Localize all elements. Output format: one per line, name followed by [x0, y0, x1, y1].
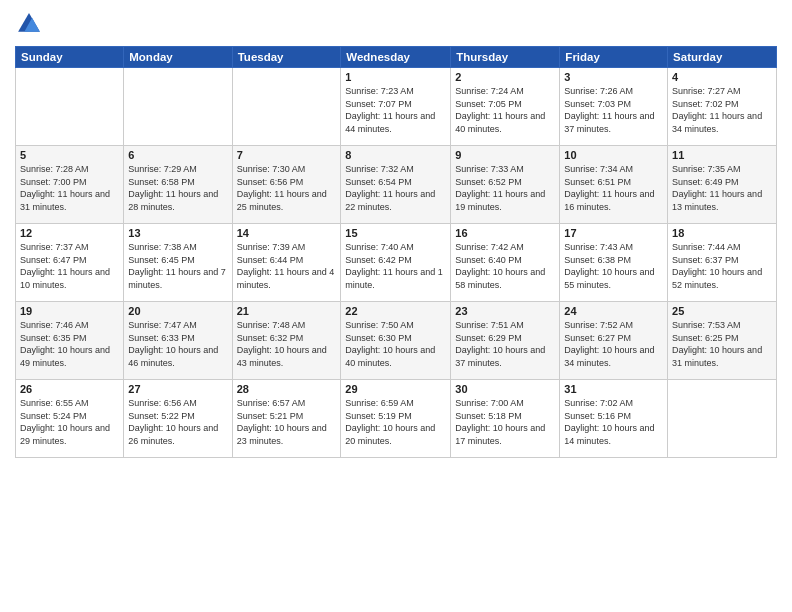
day-info: Sunrise: 7:46 AM Sunset: 6:35 PM Dayligh… [20, 319, 119, 369]
day-number: 25 [672, 305, 772, 317]
logo-icon [15, 10, 43, 38]
day-number: 19 [20, 305, 119, 317]
calendar-cell: 22Sunrise: 7:50 AM Sunset: 6:30 PM Dayli… [341, 302, 451, 380]
day-number: 30 [455, 383, 555, 395]
day-number: 2 [455, 71, 555, 83]
week-row-3: 19Sunrise: 7:46 AM Sunset: 6:35 PM Dayli… [16, 302, 777, 380]
day-info: Sunrise: 7:35 AM Sunset: 6:49 PM Dayligh… [672, 163, 772, 213]
weekday-header-tuesday: Tuesday [232, 47, 341, 68]
calendar-cell: 6Sunrise: 7:29 AM Sunset: 6:58 PM Daylig… [124, 146, 232, 224]
calendar-cell [232, 68, 341, 146]
calendar-cell: 26Sunrise: 6:55 AM Sunset: 5:24 PM Dayli… [16, 380, 124, 458]
calendar-cell: 16Sunrise: 7:42 AM Sunset: 6:40 PM Dayli… [451, 224, 560, 302]
day-number: 10 [564, 149, 663, 161]
weekday-header-row: SundayMondayTuesdayWednesdayThursdayFrid… [16, 47, 777, 68]
calendar-cell: 12Sunrise: 7:37 AM Sunset: 6:47 PM Dayli… [16, 224, 124, 302]
day-info: Sunrise: 7:47 AM Sunset: 6:33 PM Dayligh… [128, 319, 227, 369]
day-number: 17 [564, 227, 663, 239]
day-info: Sunrise: 7:37 AM Sunset: 6:47 PM Dayligh… [20, 241, 119, 291]
day-number: 12 [20, 227, 119, 239]
day-info: Sunrise: 7:52 AM Sunset: 6:27 PM Dayligh… [564, 319, 663, 369]
day-info: Sunrise: 7:34 AM Sunset: 6:51 PM Dayligh… [564, 163, 663, 213]
weekday-header-thursday: Thursday [451, 47, 560, 68]
calendar-cell: 11Sunrise: 7:35 AM Sunset: 6:49 PM Dayli… [668, 146, 777, 224]
week-row-1: 5Sunrise: 7:28 AM Sunset: 7:00 PM Daylig… [16, 146, 777, 224]
day-info: Sunrise: 7:39 AM Sunset: 6:44 PM Dayligh… [237, 241, 337, 291]
logo [15, 10, 47, 38]
day-number: 15 [345, 227, 446, 239]
day-info: Sunrise: 7:23 AM Sunset: 7:07 PM Dayligh… [345, 85, 446, 135]
calendar-cell: 29Sunrise: 6:59 AM Sunset: 5:19 PM Dayli… [341, 380, 451, 458]
calendar-cell: 24Sunrise: 7:52 AM Sunset: 6:27 PM Dayli… [560, 302, 668, 380]
weekday-header-monday: Monday [124, 47, 232, 68]
calendar-cell: 1Sunrise: 7:23 AM Sunset: 7:07 PM Daylig… [341, 68, 451, 146]
calendar-cell: 20Sunrise: 7:47 AM Sunset: 6:33 PM Dayli… [124, 302, 232, 380]
day-number: 7 [237, 149, 337, 161]
day-number: 23 [455, 305, 555, 317]
page: SundayMondayTuesdayWednesdayThursdayFrid… [0, 0, 792, 612]
week-row-0: 1Sunrise: 7:23 AM Sunset: 7:07 PM Daylig… [16, 68, 777, 146]
day-info: Sunrise: 6:56 AM Sunset: 5:22 PM Dayligh… [128, 397, 227, 447]
calendar-cell: 10Sunrise: 7:34 AM Sunset: 6:51 PM Dayli… [560, 146, 668, 224]
day-number: 5 [20, 149, 119, 161]
day-info: Sunrise: 7:27 AM Sunset: 7:02 PM Dayligh… [672, 85, 772, 135]
day-number: 27 [128, 383, 227, 395]
day-number: 21 [237, 305, 337, 317]
weekday-header-wednesday: Wednesday [341, 47, 451, 68]
calendar-cell: 2Sunrise: 7:24 AM Sunset: 7:05 PM Daylig… [451, 68, 560, 146]
day-info: Sunrise: 6:59 AM Sunset: 5:19 PM Dayligh… [345, 397, 446, 447]
weekday-header-friday: Friday [560, 47, 668, 68]
day-number: 26 [20, 383, 119, 395]
calendar-cell [124, 68, 232, 146]
header [15, 10, 777, 38]
day-number: 24 [564, 305, 663, 317]
day-number: 18 [672, 227, 772, 239]
day-number: 9 [455, 149, 555, 161]
day-number: 16 [455, 227, 555, 239]
day-info: Sunrise: 7:24 AM Sunset: 7:05 PM Dayligh… [455, 85, 555, 135]
calendar-cell: 15Sunrise: 7:40 AM Sunset: 6:42 PM Dayli… [341, 224, 451, 302]
calendar-cell: 25Sunrise: 7:53 AM Sunset: 6:25 PM Dayli… [668, 302, 777, 380]
calendar-cell: 23Sunrise: 7:51 AM Sunset: 6:29 PM Dayli… [451, 302, 560, 380]
day-info: Sunrise: 7:42 AM Sunset: 6:40 PM Dayligh… [455, 241, 555, 291]
day-info: Sunrise: 7:44 AM Sunset: 6:37 PM Dayligh… [672, 241, 772, 291]
day-info: Sunrise: 7:28 AM Sunset: 7:00 PM Dayligh… [20, 163, 119, 213]
calendar-cell: 17Sunrise: 7:43 AM Sunset: 6:38 PM Dayli… [560, 224, 668, 302]
day-info: Sunrise: 6:55 AM Sunset: 5:24 PM Dayligh… [20, 397, 119, 447]
calendar-cell: 18Sunrise: 7:44 AM Sunset: 6:37 PM Dayli… [668, 224, 777, 302]
day-info: Sunrise: 7:50 AM Sunset: 6:30 PM Dayligh… [345, 319, 446, 369]
calendar-cell: 3Sunrise: 7:26 AM Sunset: 7:03 PM Daylig… [560, 68, 668, 146]
calendar-cell: 27Sunrise: 6:56 AM Sunset: 5:22 PM Dayli… [124, 380, 232, 458]
calendar-cell [16, 68, 124, 146]
calendar-cell: 30Sunrise: 7:00 AM Sunset: 5:18 PM Dayli… [451, 380, 560, 458]
calendar-cell: 7Sunrise: 7:30 AM Sunset: 6:56 PM Daylig… [232, 146, 341, 224]
calendar-cell: 4Sunrise: 7:27 AM Sunset: 7:02 PM Daylig… [668, 68, 777, 146]
day-info: Sunrise: 7:02 AM Sunset: 5:16 PM Dayligh… [564, 397, 663, 447]
calendar-table: SundayMondayTuesdayWednesdayThursdayFrid… [15, 46, 777, 458]
day-number: 11 [672, 149, 772, 161]
day-info: Sunrise: 7:33 AM Sunset: 6:52 PM Dayligh… [455, 163, 555, 213]
week-row-4: 26Sunrise: 6:55 AM Sunset: 5:24 PM Dayli… [16, 380, 777, 458]
calendar-cell: 21Sunrise: 7:48 AM Sunset: 6:32 PM Dayli… [232, 302, 341, 380]
weekday-header-saturday: Saturday [668, 47, 777, 68]
day-info: Sunrise: 7:32 AM Sunset: 6:54 PM Dayligh… [345, 163, 446, 213]
day-number: 14 [237, 227, 337, 239]
day-number: 8 [345, 149, 446, 161]
day-info: Sunrise: 7:48 AM Sunset: 6:32 PM Dayligh… [237, 319, 337, 369]
day-info: Sunrise: 6:57 AM Sunset: 5:21 PM Dayligh… [237, 397, 337, 447]
calendar-cell [668, 380, 777, 458]
week-row-2: 12Sunrise: 7:37 AM Sunset: 6:47 PM Dayli… [16, 224, 777, 302]
day-number: 3 [564, 71, 663, 83]
day-number: 6 [128, 149, 227, 161]
day-info: Sunrise: 7:51 AM Sunset: 6:29 PM Dayligh… [455, 319, 555, 369]
day-info: Sunrise: 7:29 AM Sunset: 6:58 PM Dayligh… [128, 163, 227, 213]
calendar-cell: 5Sunrise: 7:28 AM Sunset: 7:00 PM Daylig… [16, 146, 124, 224]
day-number: 29 [345, 383, 446, 395]
day-info: Sunrise: 7:26 AM Sunset: 7:03 PM Dayligh… [564, 85, 663, 135]
day-info: Sunrise: 7:43 AM Sunset: 6:38 PM Dayligh… [564, 241, 663, 291]
calendar-cell: 9Sunrise: 7:33 AM Sunset: 6:52 PM Daylig… [451, 146, 560, 224]
day-info: Sunrise: 7:53 AM Sunset: 6:25 PM Dayligh… [672, 319, 772, 369]
day-info: Sunrise: 7:30 AM Sunset: 6:56 PM Dayligh… [237, 163, 337, 213]
calendar-cell: 13Sunrise: 7:38 AM Sunset: 6:45 PM Dayli… [124, 224, 232, 302]
day-number: 31 [564, 383, 663, 395]
